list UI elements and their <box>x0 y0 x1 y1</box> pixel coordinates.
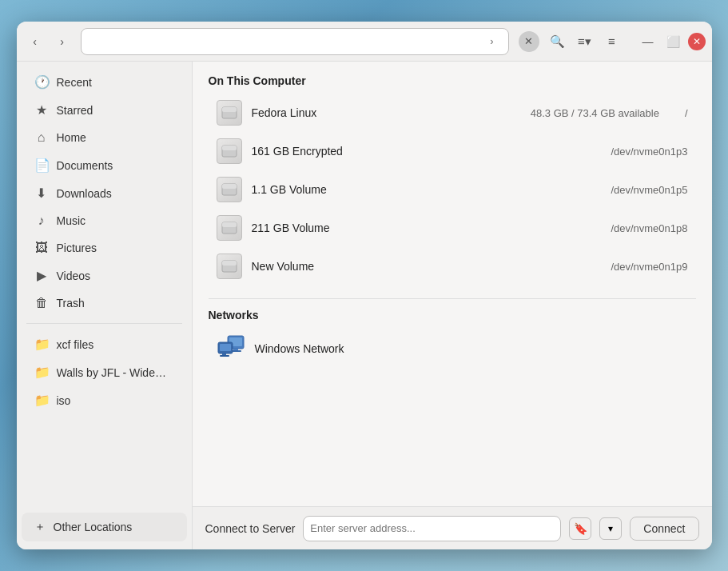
1gb-drive-icon <box>217 177 242 202</box>
networks-list: Windows Network <box>209 328 696 369</box>
search-button[interactable]: 🔍 <box>546 30 570 54</box>
titlebar-icons: 🔍 ≡▾ ≡ <box>546 30 624 54</box>
sidebar-item-downloads-label: Downloads <box>57 187 112 200</box>
svg-rect-5 <box>222 184 237 189</box>
sidebar-item-documents[interactable]: 📄 Documents <box>22 152 187 178</box>
sidebar-item-documents-label: Documents <box>57 159 113 172</box>
server-input-wrapper <box>303 516 561 541</box>
main-content: On This Computer Fedora Linux 48.3 GB / … <box>193 62 712 549</box>
music-icon: ♪ <box>34 214 49 228</box>
windows-network-icon <box>217 334 245 363</box>
bookmark-xcf-icon: 📁 <box>34 337 49 352</box>
downloads-icon: ⬇ <box>34 186 49 201</box>
clear-address-button[interactable]: ✕ <box>519 31 539 52</box>
trash-icon: 🗑 <box>34 296 49 310</box>
other-locations-icon: ＋ <box>34 520 46 534</box>
location-path-211gb: /dev/nvme0n1p8 <box>611 222 687 234</box>
sidebar-item-trash-label: Trash <box>57 297 85 309</box>
sidebar-item-home[interactable]: ⌂ Home <box>22 125 187 150</box>
recent-icon: 🕐 <box>34 74 49 90</box>
sidebar-item-starred[interactable]: ★ Starred <box>22 97 187 123</box>
server-dropdown-button[interactable]: ▾ <box>599 517 622 540</box>
sidebar-item-home-label: Home <box>57 131 86 144</box>
connect-button[interactable]: Connect <box>630 517 698 541</box>
location-item-1gb[interactable]: 1.1 GB Volume /dev/nvme0n1p5 <box>209 170 696 209</box>
server-bookmark-button[interactable]: 🔖 <box>569 517 591 540</box>
videos-icon: ▶ <box>34 268 49 283</box>
sidebar-item-trash[interactable]: 🗑 Trash <box>22 290 187 316</box>
forward-button[interactable]: › <box>50 30 74 54</box>
location-name-fedora: Fedora Linux <box>252 106 521 119</box>
address-bar-wrapper: admin:/// › <box>81 28 509 55</box>
location-path-fedora: / <box>685 107 688 119</box>
sidebar-item-other-locations-label: Other Locations <box>54 521 133 533</box>
location-name-1gb: 1.1 GB Volume <box>252 183 602 196</box>
minimize-button[interactable]: — <box>637 30 659 53</box>
pictures-icon: 🖼 <box>34 241 49 255</box>
location-item-211gb[interactable]: 211 GB Volume /dev/nvme0n1p8 <box>209 209 696 247</box>
address-input[interactable]: admin:/// <box>88 35 483 48</box>
location-item-newvol[interactable]: New Volume /dev/nvme0n1p9 <box>209 247 696 286</box>
sidebar-item-starred-label: Starred <box>57 104 93 117</box>
location-item-161gb[interactable]: 161 GB Encrypted /dev/nvme0n1p3 <box>209 132 696 170</box>
sidebar-item-downloads[interactable]: ⬇ Downloads <box>22 180 187 206</box>
file-manager-window: ‹ › admin:/// › ✕ 🔍 ≡▾ ≡ — ⬜ ✕ 🕐 Recent … <box>17 22 712 549</box>
starred-icon: ★ <box>34 102 49 118</box>
location-path-161gb: /dev/nvme0n1p3 <box>611 146 687 158</box>
svg-rect-3 <box>222 146 237 150</box>
menu-button[interactable]: ≡ <box>600 30 624 54</box>
maximize-button[interactable]: ⬜ <box>662 30 685 53</box>
sidebar-item-music[interactable]: ♪ Music <box>22 208 187 234</box>
on-this-computer-list: Fedora Linux 48.3 GB / 73.4 GB available… <box>209 94 696 286</box>
sidebar-item-videos[interactable]: ▶ Videos <box>22 262 187 289</box>
close-button[interactable]: ✕ <box>688 33 706 50</box>
location-name-newvol: New Volume <box>252 260 602 273</box>
svg-rect-9 <box>222 261 237 266</box>
sidebar-item-music-label: Music <box>57 214 86 227</box>
sidebar-item-recent[interactable]: 🕐 Recent <box>22 69 187 95</box>
content-scroll: On This Computer Fedora Linux 48.3 GB / … <box>193 62 712 506</box>
svg-rect-7 <box>222 222 237 227</box>
connect-label: Connect to Server <box>205 522 296 535</box>
sidebar-item-xcf-label: xcf files <box>57 338 94 351</box>
bookmark-walls-icon: 📁 <box>34 365 49 380</box>
sidebar-item-pictures-label: Pictures <box>57 242 97 254</box>
fedora-drive-icon <box>217 100 242 126</box>
211gb-drive-icon <box>217 215 242 241</box>
list-view-button[interactable]: ≡▾ <box>573 30 597 54</box>
address-go-button[interactable]: › <box>483 32 502 51</box>
sidebar-item-iso[interactable]: 📁 iso <box>22 387 187 413</box>
on-this-computer-title: On This Computer <box>209 74 696 87</box>
sidebar-divider <box>26 323 182 324</box>
titlebar: ‹ › admin:/// › ✕ 🔍 ≡▾ ≡ — ⬜ ✕ <box>17 22 712 62</box>
sidebar-item-iso-label: iso <box>57 394 71 407</box>
bookmark-iso-icon: 📁 <box>34 393 49 408</box>
home-icon: ⌂ <box>34 130 49 145</box>
connect-bar: Connect to Server 🔖 ▾ Connect <box>193 506 712 549</box>
back-button[interactable]: ‹ <box>23 30 47 54</box>
location-name-211gb: 211 GB Volume <box>252 222 602 234</box>
location-meta-fedora: 48.3 GB / 73.4 GB available <box>531 107 659 119</box>
sidebar-item-xcf[interactable]: 📁 xcf files <box>22 331 187 357</box>
161gb-drive-icon <box>217 138 242 164</box>
sidebar-item-pictures[interactable]: 🖼 Pictures <box>22 235 187 261</box>
sidebar-item-walls[interactable]: 📁 Walls by JFL - Widescreen (... <box>22 359 187 385</box>
sidebar-item-other-locations[interactable]: ＋ Other Locations <box>22 513 187 541</box>
server-address-input[interactable] <box>310 522 554 534</box>
sidebar-item-videos-label: Videos <box>57 270 91 282</box>
svg-rect-15 <box>220 344 231 351</box>
location-path-1gb: /dev/nvme0n1p5 <box>611 184 687 196</box>
svg-rect-1 <box>222 107 237 112</box>
svg-rect-17 <box>220 355 229 357</box>
location-name-windows-network: Windows Network <box>255 342 688 355</box>
location-item-windows-network[interactable]: Windows Network <box>209 328 696 369</box>
sidebar-item-walls-label: Walls by JFL - Widescreen (... <box>57 366 169 379</box>
location-path-newvol: /dev/nvme0n1p9 <box>611 261 687 273</box>
networks-title: Networks <box>209 309 696 321</box>
newvol-drive-icon <box>217 254 242 279</box>
documents-icon: 📄 <box>34 158 49 173</box>
sidebar-item-recent-label: Recent <box>57 76 92 89</box>
section-divider <box>209 298 696 299</box>
location-item-fedora[interactable]: Fedora Linux 48.3 GB / 73.4 GB available… <box>209 94 696 132</box>
sidebar: 🕐 Recent ★ Starred ⌂ Home 📄 Documents ⬇ … <box>17 62 193 549</box>
